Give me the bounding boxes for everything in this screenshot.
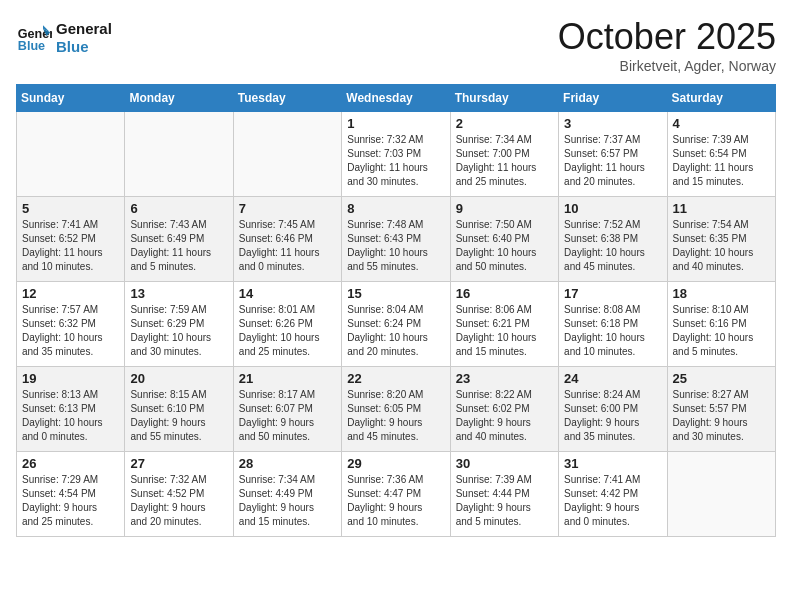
day-number: 24 [564,371,661,386]
day-detail: Sunrise: 8:17 AM Sunset: 6:07 PM Dayligh… [239,388,336,444]
day-detail: Sunrise: 8:20 AM Sunset: 6:05 PM Dayligh… [347,388,444,444]
calendar-cell: 14Sunrise: 8:01 AM Sunset: 6:26 PM Dayli… [233,282,341,367]
calendar-cell: 9Sunrise: 7:50 AM Sunset: 6:40 PM Daylig… [450,197,558,282]
header-saturday: Saturday [667,85,775,112]
day-number: 6 [130,201,227,216]
calendar-cell: 30Sunrise: 7:39 AM Sunset: 4:44 PM Dayli… [450,452,558,537]
day-detail: Sunrise: 7:36 AM Sunset: 4:47 PM Dayligh… [347,473,444,529]
calendar-cell: 20Sunrise: 8:15 AM Sunset: 6:10 PM Dayli… [125,367,233,452]
calendar-cell: 12Sunrise: 7:57 AM Sunset: 6:32 PM Dayli… [17,282,125,367]
calendar-cell: 6Sunrise: 7:43 AM Sunset: 6:49 PM Daylig… [125,197,233,282]
month-title: October 2025 [558,16,776,58]
calendar-header-row: SundayMondayTuesdayWednesdayThursdayFrid… [17,85,776,112]
day-detail: Sunrise: 7:57 AM Sunset: 6:32 PM Dayligh… [22,303,119,359]
day-detail: Sunrise: 7:41 AM Sunset: 6:52 PM Dayligh… [22,218,119,274]
day-detail: Sunrise: 7:34 AM Sunset: 7:00 PM Dayligh… [456,133,553,189]
day-number: 22 [347,371,444,386]
day-detail: Sunrise: 8:13 AM Sunset: 6:13 PM Dayligh… [22,388,119,444]
day-number: 9 [456,201,553,216]
day-number: 8 [347,201,444,216]
day-detail: Sunrise: 7:39 AM Sunset: 6:54 PM Dayligh… [673,133,770,189]
day-number: 18 [673,286,770,301]
day-detail: Sunrise: 7:45 AM Sunset: 6:46 PM Dayligh… [239,218,336,274]
calendar-cell: 8Sunrise: 7:48 AM Sunset: 6:43 PM Daylig… [342,197,450,282]
calendar-cell: 26Sunrise: 7:29 AM Sunset: 4:54 PM Dayli… [17,452,125,537]
logo: General Blue General Blue [16,16,112,56]
calendar-cell: 22Sunrise: 8:20 AM Sunset: 6:05 PM Dayli… [342,367,450,452]
calendar-cell: 21Sunrise: 8:17 AM Sunset: 6:07 PM Dayli… [233,367,341,452]
calendar-cell: 10Sunrise: 7:52 AM Sunset: 6:38 PM Dayli… [559,197,667,282]
day-number: 1 [347,116,444,131]
day-number: 4 [673,116,770,131]
calendar-cell: 19Sunrise: 8:13 AM Sunset: 6:13 PM Dayli… [17,367,125,452]
calendar-cell: 27Sunrise: 7:32 AM Sunset: 4:52 PM Dayli… [125,452,233,537]
day-number: 14 [239,286,336,301]
day-detail: Sunrise: 8:15 AM Sunset: 6:10 PM Dayligh… [130,388,227,444]
day-detail: Sunrise: 7:50 AM Sunset: 6:40 PM Dayligh… [456,218,553,274]
day-detail: Sunrise: 8:10 AM Sunset: 6:16 PM Dayligh… [673,303,770,359]
day-number: 30 [456,456,553,471]
day-detail: Sunrise: 7:39 AM Sunset: 4:44 PM Dayligh… [456,473,553,529]
day-number: 21 [239,371,336,386]
day-detail: Sunrise: 7:41 AM Sunset: 4:42 PM Dayligh… [564,473,661,529]
svg-text:Blue: Blue [18,39,45,53]
calendar-table: SundayMondayTuesdayWednesdayThursdayFrid… [16,84,776,537]
day-detail: Sunrise: 7:43 AM Sunset: 6:49 PM Dayligh… [130,218,227,274]
day-number: 12 [22,286,119,301]
calendar-cell: 11Sunrise: 7:54 AM Sunset: 6:35 PM Dayli… [667,197,775,282]
calendar-cell: 18Sunrise: 8:10 AM Sunset: 6:16 PM Dayli… [667,282,775,367]
day-detail: Sunrise: 7:37 AM Sunset: 6:57 PM Dayligh… [564,133,661,189]
header-thursday: Thursday [450,85,558,112]
calendar-cell: 31Sunrise: 7:41 AM Sunset: 4:42 PM Dayli… [559,452,667,537]
day-number: 15 [347,286,444,301]
day-number: 31 [564,456,661,471]
calendar-cell [125,112,233,197]
calendar-cell: 28Sunrise: 7:34 AM Sunset: 4:49 PM Dayli… [233,452,341,537]
day-number: 11 [673,201,770,216]
day-number: 26 [22,456,119,471]
calendar-cell: 16Sunrise: 8:06 AM Sunset: 6:21 PM Dayli… [450,282,558,367]
header-monday: Monday [125,85,233,112]
day-detail: Sunrise: 8:04 AM Sunset: 6:24 PM Dayligh… [347,303,444,359]
day-number: 28 [239,456,336,471]
location-subtitle: Birketveit, Agder, Norway [558,58,776,74]
day-number: 17 [564,286,661,301]
day-detail: Sunrise: 7:52 AM Sunset: 6:38 PM Dayligh… [564,218,661,274]
header-tuesday: Tuesday [233,85,341,112]
day-number: 7 [239,201,336,216]
header-wednesday: Wednesday [342,85,450,112]
calendar-cell: 13Sunrise: 7:59 AM Sunset: 6:29 PM Dayli… [125,282,233,367]
day-detail: Sunrise: 8:06 AM Sunset: 6:21 PM Dayligh… [456,303,553,359]
calendar-week-row: 5Sunrise: 7:41 AM Sunset: 6:52 PM Daylig… [17,197,776,282]
calendar-cell [17,112,125,197]
calendar-cell [233,112,341,197]
calendar-week-row: 12Sunrise: 7:57 AM Sunset: 6:32 PM Dayli… [17,282,776,367]
day-detail: Sunrise: 8:24 AM Sunset: 6:00 PM Dayligh… [564,388,661,444]
calendar-cell: 25Sunrise: 8:27 AM Sunset: 5:57 PM Dayli… [667,367,775,452]
day-number: 19 [22,371,119,386]
calendar-cell: 5Sunrise: 7:41 AM Sunset: 6:52 PM Daylig… [17,197,125,282]
calendar-cell: 4Sunrise: 7:39 AM Sunset: 6:54 PM Daylig… [667,112,775,197]
day-detail: Sunrise: 7:54 AM Sunset: 6:35 PM Dayligh… [673,218,770,274]
calendar-cell: 3Sunrise: 7:37 AM Sunset: 6:57 PM Daylig… [559,112,667,197]
day-detail: Sunrise: 7:48 AM Sunset: 6:43 PM Dayligh… [347,218,444,274]
day-number: 3 [564,116,661,131]
day-number: 29 [347,456,444,471]
calendar-cell: 23Sunrise: 8:22 AM Sunset: 6:02 PM Dayli… [450,367,558,452]
calendar-cell: 7Sunrise: 7:45 AM Sunset: 6:46 PM Daylig… [233,197,341,282]
day-number: 25 [673,371,770,386]
calendar-cell: 24Sunrise: 8:24 AM Sunset: 6:00 PM Dayli… [559,367,667,452]
title-area: October 2025 Birketveit, Agder, Norway [558,16,776,74]
calendar-cell: 15Sunrise: 8:04 AM Sunset: 6:24 PM Dayli… [342,282,450,367]
calendar-cell: 1Sunrise: 7:32 AM Sunset: 7:03 PM Daylig… [342,112,450,197]
calendar-cell: 2Sunrise: 7:34 AM Sunset: 7:00 PM Daylig… [450,112,558,197]
logo-icon: General Blue [16,18,52,54]
day-detail: Sunrise: 8:01 AM Sunset: 6:26 PM Dayligh… [239,303,336,359]
calendar-cell [667,452,775,537]
day-number: 13 [130,286,227,301]
day-detail: Sunrise: 7:32 AM Sunset: 4:52 PM Dayligh… [130,473,227,529]
day-detail: Sunrise: 7:32 AM Sunset: 7:03 PM Dayligh… [347,133,444,189]
day-number: 23 [456,371,553,386]
day-detail: Sunrise: 7:34 AM Sunset: 4:49 PM Dayligh… [239,473,336,529]
day-detail: Sunrise: 8:08 AM Sunset: 6:18 PM Dayligh… [564,303,661,359]
